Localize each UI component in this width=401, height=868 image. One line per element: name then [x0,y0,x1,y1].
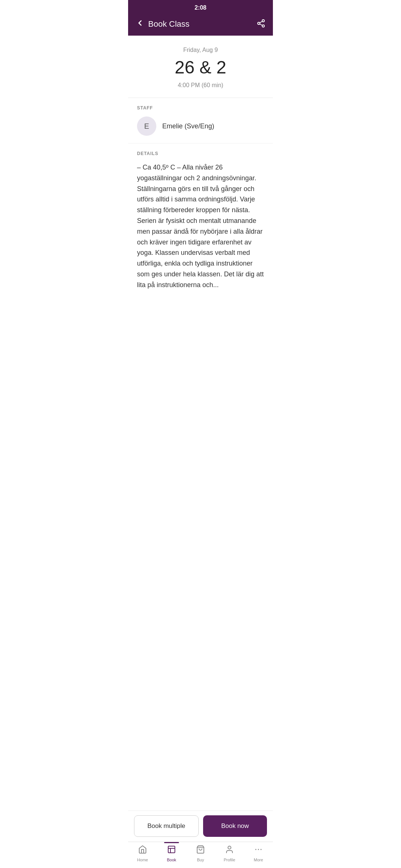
class-header: Friday, Aug 9 26 & 2 4:00 PM (60 min) [128,36,273,98]
class-date: Friday, Aug 9 [136,47,265,53]
nav-bar: Book Class [128,14,273,36]
staff-section: STAFF E Emelie (Sve/Eng) [128,98,273,144]
status-time: 2:08 [195,4,206,11]
staff-label: STAFF [137,105,264,111]
page-title: Book Class [148,19,189,29]
status-bar: 2:08 [128,0,273,14]
class-time: 4:00 PM (60 min) [136,82,265,89]
svg-line-3 [260,24,263,25]
class-name: 26 & 2 [136,57,265,78]
details-section: DETAILS – Ca 40,5º C – Alla nivåer 26 yo… [128,144,273,335]
staff-name: Emelie (Sve/Eng) [162,122,214,130]
details-text: – Ca 40,5º C – Alla nivåer 26 yogaställn… [137,162,264,290]
back-button[interactable]: Book Class [136,19,189,30]
share-button[interactable] [257,19,265,30]
staff-item: E Emelie (Sve/Eng) [137,116,264,136]
staff-avatar: E [137,116,156,136]
back-icon [136,19,144,30]
svg-line-4 [260,21,263,23]
details-label: DETAILS [137,151,264,156]
